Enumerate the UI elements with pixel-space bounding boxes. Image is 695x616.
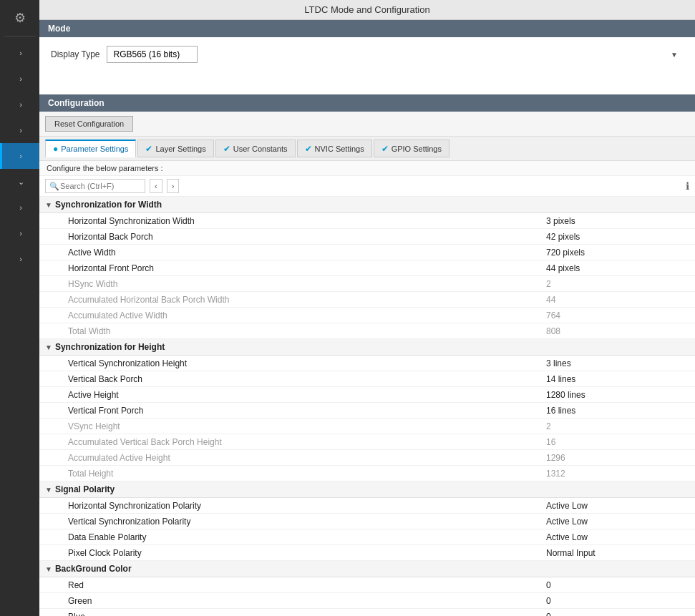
param-value-sync-height-2: 1280 lines: [546, 390, 689, 400]
param-name-signal-polarity-0: Horizontal Synchronization Polarity: [68, 501, 546, 511]
chevron-icon-4: ›: [19, 126, 22, 135]
tab-nvic-icon: ✔: [305, 144, 312, 154]
group-header-sync-height[interactable]: ▼Synchronization for Height: [39, 339, 695, 356]
param-name-sync-height-3: Vertical Front Porch: [68, 406, 546, 416]
param-row-background-color-2[interactable]: Blue 0: [39, 609, 695, 616]
chevron-icon-8: ›: [19, 229, 22, 238]
sidebar-item-5[interactable]: ›: [0, 143, 39, 169]
chevron-icon-2: ›: [19, 74, 22, 83]
tab-layer-icon: ✔: [145, 144, 152, 154]
param-row-sync-height-4[interactable]: VSync Height 2: [39, 419, 695, 434]
param-row-sync-width-3[interactable]: Horizontal Front Porch 44 pixels: [39, 260, 695, 276]
tabs-bar: ● Parameter Settings ✔ Layer Settings ✔ …: [39, 137, 695, 161]
mode-section-header: Mode: [39, 20, 695, 37]
param-name-signal-polarity-2: Data Enable Polarity: [68, 532, 546, 542]
group-toggle-background-color: ▼: [45, 565, 52, 573]
param-row-sync-height-3[interactable]: Vertical Front Porch 16 lines: [39, 403, 695, 419]
param-value-background-color-2: 0: [546, 612, 689, 617]
param-row-background-color-0[interactable]: Red 0: [39, 577, 695, 593]
sidebar-item-8[interactable]: ›: [0, 220, 39, 246]
param-row-background-color-1[interactable]: Green 0: [39, 593, 695, 609]
param-row-sync-height-0[interactable]: Vertical Synchronization Height 3 lines: [39, 356, 695, 371]
param-row-sync-width-2[interactable]: Active Width 720 pixels: [39, 245, 695, 260]
search-next-button[interactable]: ›: [167, 179, 180, 193]
display-type-label: Display Type: [51, 49, 99, 59]
param-name-signal-polarity-3: Pixel Clock Polarity: [68, 548, 546, 558]
display-type-select[interactable]: RGB565 (16 bits) RGB888 (24 bits): [107, 46, 198, 63]
param-row-sync-height-2[interactable]: Active Height 1280 lines: [39, 387, 695, 403]
mode-section: Display Type RGB565 (16 bits) RGB888 (24…: [39, 37, 695, 72]
param-row-sync-width-6[interactable]: Accumulated Active Width 764: [39, 308, 695, 323]
param-name-sync-height-1: Vertical Back Porch: [68, 374, 546, 384]
chevron-icon-5: ›: [19, 152, 22, 160]
param-row-signal-polarity-2[interactable]: Data Enable Polarity Active Low: [39, 529, 695, 545]
sidebar-item-6[interactable]: ⌄: [0, 169, 39, 195]
reset-config-button[interactable]: Reset Configuration: [45, 116, 133, 132]
param-table[interactable]: ▼Synchronization for Width Horizontal Sy…: [39, 197, 695, 616]
param-value-sync-width-3: 44 pixels: [546, 263, 689, 273]
param-row-sync-height-6[interactable]: Accumulated Active Height 1296: [39, 450, 695, 466]
mode-content: Display Type RGB565 (16 bits) RGB888 (24…: [39, 37, 695, 94]
page-title: LTDC Mode and Configuration: [304, 4, 429, 15]
tab-nvic-label: NVIC Settings: [315, 145, 364, 153]
sidebar-item-7[interactable]: ›: [0, 195, 39, 220]
param-name-background-color-0: Red: [68, 580, 546, 590]
info-icon[interactable]: ℹ: [686, 180, 689, 192]
config-section-header: Configuration: [39, 94, 695, 112]
main-content: LTDC Mode and Configuration Mode Display…: [39, 0, 695, 616]
title-bar: LTDC Mode and Configuration: [39, 0, 695, 20]
param-row-sync-height-5[interactable]: Accumulated Vertical Back Porch Height 1…: [39, 434, 695, 450]
group-header-background-color[interactable]: ▼BackGround Color: [39, 561, 695, 577]
param-value-sync-height-6: 1296: [546, 453, 689, 463]
param-row-signal-polarity-3[interactable]: Pixel Clock Polarity Normal Input: [39, 545, 695, 561]
param-row-sync-width-0[interactable]: Horizontal Synchronization Width 3 pixel…: [39, 213, 695, 229]
sidebar-item-4[interactable]: ›: [0, 117, 39, 143]
tab-user-constants[interactable]: ✔ User Constants: [215, 140, 296, 157]
param-name-background-color-2: Blue: [68, 612, 546, 617]
param-value-sync-height-3: 16 lines: [546, 406, 689, 416]
sidebar: ⚙ › › › › › ⌄ › › ›: [0, 0, 39, 616]
sidebar-item-9[interactable]: ›: [0, 246, 39, 272]
param-row-signal-polarity-0[interactable]: Horizontal Synchronization Polarity Acti…: [39, 498, 695, 514]
sidebar-item-3[interactable]: ›: [0, 92, 39, 117]
param-row-sync-height-1[interactable]: Vertical Back Porch 14 lines: [39, 371, 695, 387]
group-header-signal-polarity[interactable]: ▼Signal Polarity: [39, 481, 695, 498]
param-value-sync-width-7: 808: [546, 326, 689, 336]
param-row-sync-width-1[interactable]: Horizontal Back Porch 42 pixels: [39, 229, 695, 245]
chevron-icon-9: ›: [19, 255, 22, 263]
tab-parameter-icon: ●: [53, 144, 58, 154]
param-row-sync-width-5[interactable]: Accumulated Horizontal Back Porch Width …: [39, 292, 695, 308]
param-row-sync-width-4[interactable]: HSync Width 2: [39, 276, 695, 292]
config-info-text: Configure the below parameters :: [47, 164, 163, 172]
param-row-signal-polarity-1[interactable]: Vertical Synchronization Polarity Active…: [39, 514, 695, 529]
search-prev-button[interactable]: ‹: [150, 179, 162, 193]
param-row-sync-width-7[interactable]: Total Width 808: [39, 323, 695, 339]
group-toggle-sync-height: ▼: [45, 343, 52, 351]
param-value-signal-polarity-1: Active Low: [546, 517, 689, 527]
tab-nvic-settings[interactable]: ✔ NVIC Settings: [297, 140, 372, 157]
display-type-select-wrapper: RGB565 (16 bits) RGB888 (24 bits): [107, 46, 684, 63]
param-value-sync-width-6: 764: [546, 311, 689, 321]
param-name-sync-height-2: Active Height: [68, 390, 546, 400]
tab-layer-settings[interactable]: ✔ Layer Settings: [137, 140, 213, 157]
tab-gpio-settings[interactable]: ✔ GPIO Settings: [374, 140, 449, 157]
sidebar-item-2[interactable]: ›: [0, 66, 39, 92]
param-value-signal-polarity-3: Normal Input: [546, 548, 689, 558]
tab-user-icon: ✔: [223, 144, 230, 154]
param-name-sync-height-5: Accumulated Vertical Back Porch Height: [68, 437, 546, 447]
param-value-sync-width-5: 44: [546, 295, 689, 305]
param-name-background-color-1: Green: [68, 596, 546, 606]
group-header-sync-width[interactable]: ▼Synchronization for Width: [39, 197, 695, 213]
sidebar-gear-icon[interactable]: ⚙: [6, 4, 34, 32]
chevron-icon-1: ›: [19, 49, 22, 57]
param-name-sync-width-0: Horizontal Synchronization Width: [68, 216, 546, 226]
tab-parameter-settings[interactable]: ● Parameter Settings: [45, 140, 136, 157]
param-name-sync-height-4: VSync Height: [68, 421, 546, 431]
group-toggle-signal-polarity: ▼: [45, 486, 52, 494]
search-input[interactable]: [45, 179, 145, 193]
param-name-sync-width-1: Horizontal Back Porch: [68, 232, 546, 242]
sidebar-item-1[interactable]: ›: [0, 40, 39, 66]
param-row-sync-height-7[interactable]: Total Height 1312: [39, 466, 695, 481]
param-value-signal-polarity-0: Active Low: [546, 501, 689, 511]
param-value-sync-width-1: 42 pixels: [546, 232, 689, 242]
